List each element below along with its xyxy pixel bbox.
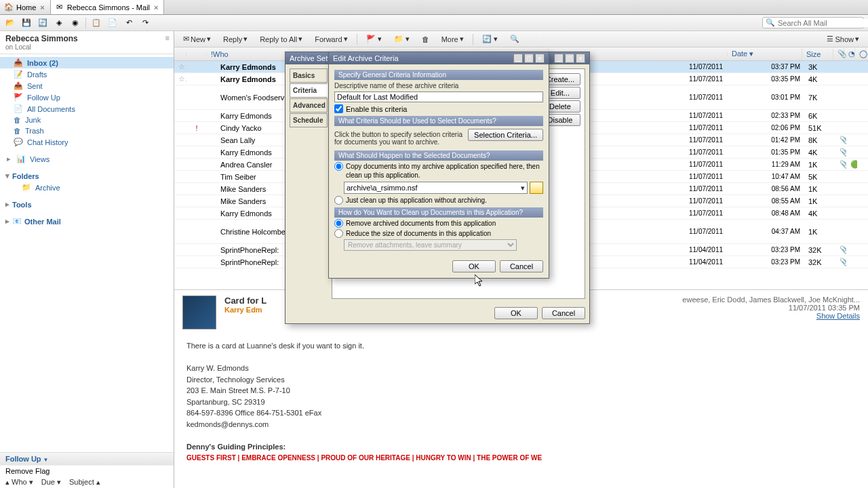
sidebar-item[interactable]: 🗑Trash	[0, 125, 174, 136]
desc-label: Descriptive name of these archive criter…	[334, 82, 543, 89]
sidebar-item[interactable]: 📤Sent	[0, 80, 174, 92]
enable-label: Enable this criteria	[346, 105, 408, 113]
othermail-group[interactable]: ▸📧Other Mail	[0, 216, 174, 227]
archive-folder[interactable]: 📁Archive	[0, 182, 174, 193]
sidebar-item[interactable]: 🚩Follow Up	[0, 92, 174, 103]
maximize-icon[interactable]: □	[524, 54, 534, 63]
cancel-button[interactable]: Cancel	[500, 260, 543, 272]
refresh-icon[interactable]: 🔄	[37, 17, 49, 29]
remove-flag[interactable]: Remove Flag	[0, 465, 174, 476]
print-icon[interactable]: ◈	[53, 17, 65, 29]
flag-icon[interactable]: 🚩 ▾	[361, 33, 387, 45]
maximize-icon[interactable]: □	[565, 54, 574, 63]
signature-line: Karry W. Edmonds	[186, 363, 856, 374]
message-toolbar: ✉New ▾ Reply ▾ Reply to All ▾ Forward ▾ …	[174, 31, 868, 47]
save-icon[interactable]: 💾	[20, 17, 33, 29]
sidebar-views[interactable]: ▸📊Views	[0, 153, 174, 165]
remove-label: Remove archived documents from this appl…	[346, 219, 496, 228]
close-icon[interactable]: ×	[153, 3, 159, 12]
section-cleanup: How do You Want to Clean up Documents in…	[334, 207, 543, 218]
enable-checkbox[interactable]	[334, 104, 343, 113]
search-icon: 🔍	[766, 18, 775, 27]
preview-subject: Card for L	[224, 296, 267, 306]
sidebar-item[interactable]: 📝Drafts	[0, 68, 174, 80]
more-button[interactable]: More ▾	[437, 33, 469, 45]
dialog-title: Edit Archive Criteria	[333, 54, 399, 62]
search-icon[interactable]: 🔍	[505, 33, 524, 45]
edit-criteria-dialog: Edit Archive Criteria _ □ × Specify Gene…	[328, 52, 549, 279]
reply-button[interactable]: Reply ▾	[218, 33, 252, 45]
size-header[interactable]: Size	[802, 49, 833, 60]
copy-radio[interactable]	[334, 162, 343, 171]
delete-icon[interactable]: 🗑	[417, 33, 434, 45]
reply-all-button[interactable]: Reply to All ▾	[255, 33, 307, 45]
cancel-button[interactable]: Cancel	[542, 307, 585, 319]
followup-panel: Follow Up ▼ Remove Flag ▴ Who ▾ Due ▾ Su…	[0, 452, 174, 488]
show-button[interactable]: ☰ Show ▾	[822, 33, 864, 45]
action-icon[interactable]: ◉	[69, 17, 81, 29]
tab-schedule[interactable]: Schedule	[290, 113, 328, 127]
signature-line: Spartanburg, SC 29319	[186, 396, 856, 408]
tab-basics[interactable]: Basics	[290, 68, 328, 83]
clip-icon: 📎	[833, 48, 844, 60]
close-icon[interactable]: ×	[39, 3, 45, 12]
archive-path-value: archive\a_rsimmo.nsf	[347, 184, 418, 192]
ok-button[interactable]: OK	[452, 260, 496, 272]
app-tabs: 🏠 Home × ✉ Rebecca Simmons - Mail ×	[0, 0, 868, 15]
browse-button[interactable]	[530, 182, 543, 194]
selection-criteria-button[interactable]: Selection Criteria...	[468, 129, 543, 141]
preview-to: eweese, Eric Dodd, James Blackwell, Joe …	[682, 296, 860, 304]
cleanup-radio[interactable]	[334, 196, 343, 205]
followup-header[interactable]: Follow Up ▼	[0, 453, 174, 465]
sidebar-item[interactable]: 📄All Documents	[0, 103, 174, 115]
tab-criteria[interactable]: Criteria	[290, 83, 328, 98]
menu-icon[interactable]: ≡	[165, 34, 170, 42]
minimize-icon[interactable]: _	[513, 54, 523, 63]
tab-mail[interactable]: ✉ Rebecca Simmons - Mail ×	[51, 0, 165, 14]
remove-radio[interactable]	[334, 219, 343, 228]
dialog-title: Archive Sett	[290, 54, 330, 62]
new-button[interactable]: ✉New ▾	[178, 33, 216, 45]
preview-date: 11/07/2011 03:35 PM	[682, 304, 860, 312]
sidebar-item[interactable]: 🗑Junk	[0, 115, 174, 125]
close-icon[interactable]: ×	[535, 54, 545, 63]
chevron-down-icon: ▾	[521, 184, 525, 192]
archive-path-combo[interactable]: archive\a_rsimmo.nsf ▾	[344, 182, 528, 194]
mailbox-header: Rebecca Simmons on Local ≡	[0, 31, 174, 54]
undo-icon[interactable]: ↶	[123, 17, 135, 29]
reduce-radio[interactable]	[334, 229, 343, 238]
folders-group[interactable]: ▾Folders	[0, 170, 174, 182]
open-icon[interactable]: 📂	[4, 17, 16, 29]
preview-from: Karry Edm	[224, 306, 267, 314]
paste-icon[interactable]: 📄	[106, 17, 119, 29]
minimize-icon[interactable]: _	[554, 54, 564, 63]
section-general: Specify General Criteria Information	[334, 70, 543, 80]
search-input[interactable]	[778, 19, 868, 27]
sidebar-item[interactable]: 💬Chat History	[0, 136, 174, 148]
search-container: 🔍	[762, 17, 864, 28]
tab-home[interactable]: 🏠 Home ×	[0, 0, 51, 14]
ok-button[interactable]: OK	[494, 307, 538, 319]
copy-label: Copy documents into my archive applicati…	[346, 162, 543, 180]
tools-group[interactable]: ▸Tools	[0, 199, 174, 210]
body-text: There is a card at Luanne's desk if you …	[186, 340, 856, 352]
tab-label: Home	[16, 3, 36, 12]
show-details-link[interactable]: Show Details	[682, 312, 860, 320]
principles-text: GUESTS FIRST | EMBRACE OPENNESS | PROUD …	[186, 454, 542, 462]
signature-line: Director, Technology Services	[186, 374, 856, 386]
refresh-icon[interactable]: 🔄 ▾	[477, 33, 502, 45]
close-icon[interactable]: ×	[576, 54, 585, 63]
date-header[interactable]: Date ▾	[728, 48, 802, 60]
criteria-name-input[interactable]	[334, 92, 543, 102]
forward-button[interactable]: Forward ▾	[310, 33, 352, 45]
tab-advanced[interactable]: Advanced	[290, 98, 328, 113]
reduce-select[interactable]: Remove attachments, leave summary	[344, 239, 517, 251]
redo-icon[interactable]: ↷	[139, 17, 151, 29]
sidebar-item[interactable]: 📥Inbox (2)	[0, 57, 174, 68]
mailbox-location: on Local	[5, 43, 168, 51]
reduce-label: Reduce the size of documents in this app…	[346, 229, 491, 238]
copy-icon[interactable]: 📋	[90, 17, 102, 29]
dialog-titlebar[interactable]: Edit Archive Criteria _ □ ×	[329, 52, 549, 64]
folder-icon[interactable]: 📁 ▾	[389, 33, 414, 45]
home-icon: 🏠	[4, 3, 14, 12]
